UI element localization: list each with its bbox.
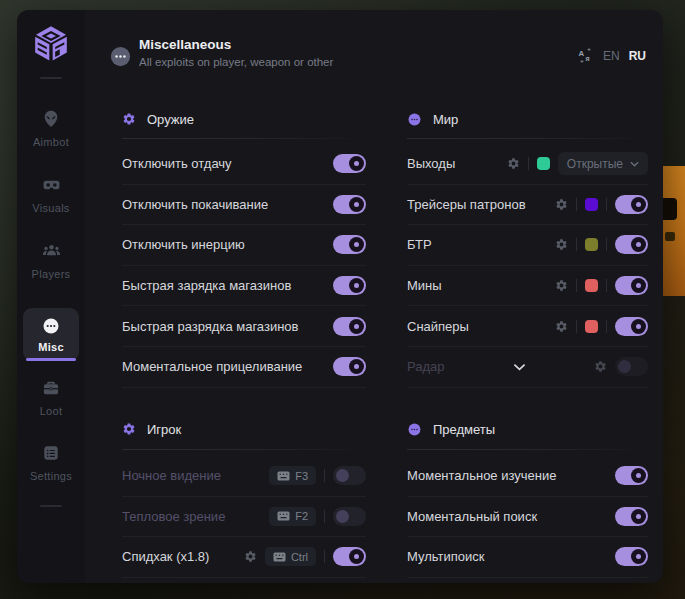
control-divider bbox=[324, 469, 325, 482]
setting-label: Моментальный поиск bbox=[407, 509, 537, 524]
keyboard-icon bbox=[277, 471, 290, 481]
dropdown-select[interactable]: Открытые bbox=[558, 152, 648, 175]
player-rows: Ночное видение F3 bbox=[122, 456, 366, 578]
toggle-switch[interactable] bbox=[333, 466, 366, 485]
toggle-knob bbox=[631, 549, 646, 564]
section-title: Оружие bbox=[147, 112, 194, 127]
toggle-knob bbox=[631, 278, 646, 293]
toggle-switch[interactable] bbox=[615, 466, 648, 485]
section-title: Предметы bbox=[433, 422, 495, 437]
row-controls bbox=[555, 317, 648, 336]
toggle-knob bbox=[631, 197, 646, 212]
billboard-mark bbox=[663, 198, 677, 220]
gear-icon[interactable] bbox=[507, 157, 520, 170]
sidebar-item-label: Loot bbox=[40, 405, 63, 417]
gear-icon[interactable] bbox=[555, 320, 568, 333]
main-content: Miscellaneous All exploits on player, we… bbox=[85, 10, 663, 583]
setting-label: Отключить покачивание bbox=[122, 197, 268, 212]
gear-icon[interactable] bbox=[555, 279, 568, 292]
setting-row: Отключить инерцию bbox=[122, 225, 366, 266]
gear-icon[interactable] bbox=[244, 550, 257, 563]
setting-label: Тепловое зрение bbox=[122, 509, 225, 524]
toggle-knob bbox=[349, 359, 364, 374]
ellipsis-circle-icon bbox=[407, 112, 422, 127]
setting-row: Отключить отдачу bbox=[122, 144, 366, 185]
setting-row: Быстрая разрядка магазинов bbox=[122, 306, 366, 347]
setting-row: БТР bbox=[407, 225, 648, 266]
sidebar-item-settings[interactable]: Settings bbox=[17, 443, 85, 482]
color-swatch[interactable] bbox=[585, 238, 598, 251]
section-header-player: Игрок bbox=[122, 417, 366, 441]
toggle-switch[interactable] bbox=[333, 276, 366, 295]
toggle-switch[interactable] bbox=[615, 507, 648, 526]
color-swatch[interactable] bbox=[585, 198, 598, 211]
keybind-label: F3 bbox=[295, 470, 308, 482]
alien-icon bbox=[41, 109, 61, 129]
dropdown-value: Открытые bbox=[567, 157, 623, 171]
sidebar-item-players[interactable]: Players bbox=[17, 241, 85, 280]
setting-row: Моментальное изучение bbox=[407, 456, 648, 497]
toggle-knob bbox=[618, 360, 631, 373]
toggle-switch[interactable] bbox=[615, 276, 648, 295]
toggle-switch[interactable] bbox=[333, 317, 366, 336]
row-controls bbox=[555, 276, 648, 295]
keybind-badge[interactable]: F3 bbox=[269, 466, 316, 485]
setting-label: Моментальное изучение bbox=[407, 468, 556, 483]
gear-icon[interactable] bbox=[555, 198, 568, 211]
toggle-knob bbox=[631, 468, 646, 483]
color-swatch[interactable] bbox=[585, 320, 598, 333]
setting-row: Моментальное прицеливание bbox=[122, 347, 366, 388]
toggle-switch[interactable] bbox=[333, 507, 366, 526]
setting-label: Снайперы bbox=[407, 319, 469, 334]
toggle-switch[interactable] bbox=[615, 357, 648, 376]
toggle-switch[interactable] bbox=[615, 235, 648, 254]
sidebar-item-loot[interactable]: Loot bbox=[17, 378, 85, 417]
chevron-down-icon[interactable] bbox=[513, 363, 526, 371]
toggle-switch[interactable] bbox=[333, 357, 366, 376]
toggle-knob bbox=[349, 237, 364, 252]
toggle-switch[interactable] bbox=[615, 547, 648, 566]
control-divider bbox=[324, 510, 325, 523]
column-right: Мир Выходы Открытые bbox=[407, 10, 648, 583]
control-divider bbox=[576, 198, 577, 211]
gear-icon[interactable] bbox=[555, 238, 568, 251]
section-header-items: Предметы bbox=[407, 417, 648, 441]
section-header-world: Мир bbox=[407, 107, 648, 131]
row-controls: Ctrl bbox=[244, 547, 366, 566]
setting-label: Отключить инерцию bbox=[122, 237, 245, 252]
color-swatch[interactable] bbox=[585, 279, 598, 292]
keyboard-icon bbox=[277, 511, 290, 521]
game-background-billboard bbox=[663, 166, 685, 296]
toggle-switch[interactable] bbox=[333, 235, 366, 254]
toggle-switch[interactable] bbox=[333, 154, 366, 173]
keybind-label: Ctrl bbox=[291, 551, 308, 563]
setting-label: БТР bbox=[407, 237, 432, 252]
toggle-knob bbox=[349, 156, 364, 171]
toggle-switch[interactable] bbox=[615, 195, 648, 214]
keyboard-icon bbox=[273, 552, 286, 562]
sidebar-item-misc[interactable]: Misc bbox=[23, 308, 79, 361]
setting-row: Снайперы bbox=[407, 306, 648, 347]
toggle-knob bbox=[631, 509, 646, 524]
keybind-badge[interactable]: F2 bbox=[269, 507, 316, 526]
color-swatch[interactable] bbox=[537, 157, 550, 170]
toggle-switch[interactable] bbox=[333, 547, 366, 566]
gear-icon[interactable] bbox=[594, 360, 607, 373]
keybind-badge[interactable]: Ctrl bbox=[265, 547, 316, 566]
settings-list-icon bbox=[41, 443, 61, 463]
setting-label: Трейсеры патронов bbox=[407, 197, 526, 212]
briefcase-icon bbox=[41, 378, 61, 398]
toggle-knob bbox=[336, 510, 349, 523]
sidebar-item-label: Misc bbox=[38, 341, 64, 353]
toggle-switch[interactable] bbox=[333, 195, 366, 214]
sidebar-item-visuals[interactable]: Visuals bbox=[17, 175, 85, 214]
gear-icon bbox=[122, 112, 136, 126]
sidebar-item-aimbot[interactable]: Aimbot bbox=[17, 109, 85, 148]
world-rows: Выходы Открытые Трейсеры пат bbox=[407, 144, 648, 388]
setting-row: Тепловое зрение F2 bbox=[122, 497, 366, 538]
row-controls bbox=[555, 195, 648, 214]
toggle-switch[interactable] bbox=[615, 317, 648, 336]
row-controls: F2 bbox=[269, 507, 366, 526]
setting-row: Отключить покачивание bbox=[122, 185, 366, 226]
row-controls: F3 bbox=[269, 466, 366, 485]
